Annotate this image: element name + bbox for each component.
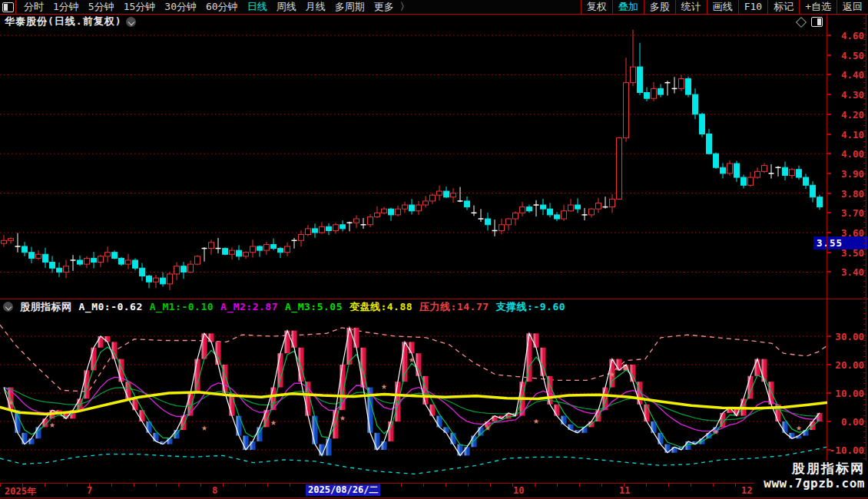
ruler-tick xyxy=(863,157,866,158)
svg-text:★: ★ xyxy=(201,421,207,433)
title-dropdown-icon[interactable] xyxy=(126,17,136,27)
time-tick xyxy=(111,484,112,487)
ruler-tick xyxy=(863,179,866,180)
period-menu-item-1[interactable]: 1分钟 xyxy=(48,0,84,14)
period-menu-item-5[interactable]: 60分钟 xyxy=(201,0,243,14)
ruler-tick xyxy=(863,168,866,169)
price-tick-label: 3.70 xyxy=(841,207,864,219)
turn-line xyxy=(0,392,827,415)
ruler-tick xyxy=(863,120,866,121)
date-cursor-badge: 2025/08/26/二 xyxy=(306,484,380,496)
ruler-tick xyxy=(863,125,866,126)
ruler-tick xyxy=(863,281,866,282)
price-axis: 3.55 4.604.504.404.304.204.104.003.903.8… xyxy=(827,29,868,299)
price-tick-mark xyxy=(827,74,831,75)
oscillator-tick-mark xyxy=(827,364,831,365)
price-tick-mark xyxy=(827,271,831,273)
oscillator-panel: ★★★★★★★★★★★★★ xyxy=(0,313,827,483)
panel-toggle-icon-fill xyxy=(817,18,821,25)
period-menu-item-8[interactable]: 月线 xyxy=(301,0,330,14)
ruler-tick xyxy=(863,88,866,88)
time-tick xyxy=(134,484,134,487)
price-tick-mark xyxy=(827,134,831,135)
ruler-tick xyxy=(863,227,866,228)
time-axis-label-0: 2025年 xyxy=(5,485,36,498)
time-tick xyxy=(490,484,491,487)
candles-group xyxy=(2,30,823,290)
app-window: 分时1分钟5分钟15分钟30分钟60分钟日线周线月线多周期更多 〉 复权叠加多股… xyxy=(0,0,868,499)
oscillator-tick-label: 30.00 xyxy=(835,331,864,342)
price-tick-label: 3.90 xyxy=(841,168,864,180)
ruler-tick xyxy=(863,23,866,24)
chart-title: 华泰股份(日线.前复权) xyxy=(5,15,121,28)
ruler-tick xyxy=(863,39,866,40)
ruler-tick xyxy=(863,147,866,147)
time-axis: 2025年782025/08/26/二101112 xyxy=(0,484,868,497)
ruler-tick xyxy=(863,243,866,244)
action-menu-item-7[interactable]: +自选 xyxy=(799,0,837,14)
action-menu-item-6[interactable]: 标记 xyxy=(767,0,799,14)
ruler-tick xyxy=(863,211,866,212)
indicator-header: 股朋指标网A_M0:-0.62A_M1:-0.10A_M2:2.87A_M3:5… xyxy=(3,300,825,313)
ruler-tick xyxy=(863,136,866,137)
action-menu-item-4[interactable]: 画线 xyxy=(707,0,738,14)
action-menu-item-5[interactable]: F10 xyxy=(738,0,767,14)
ruler-tick xyxy=(863,254,866,255)
ruler-tick xyxy=(863,141,866,142)
ruler-tick xyxy=(863,82,866,83)
period-menu-item-4[interactable]: 30分钟 xyxy=(160,0,201,14)
period-menu-item-9[interactable]: 多周期 xyxy=(330,0,369,14)
time-tick xyxy=(223,484,224,487)
svg-text:★: ★ xyxy=(623,362,629,373)
time-tick xyxy=(579,484,580,487)
price-tick-label: 4.40 xyxy=(841,69,864,81)
period-menu-item-3[interactable]: 15分钟 xyxy=(119,0,161,14)
time-tick xyxy=(646,484,647,487)
time-tick xyxy=(67,484,68,487)
indicator-dropdown-icon[interactable] xyxy=(3,302,13,312)
period-menu-item-0[interactable]: 分时 xyxy=(19,0,48,14)
support-line xyxy=(0,447,827,474)
ruler-tick xyxy=(863,98,866,99)
title-bar: 华泰股份(日线.前复权) xyxy=(5,15,136,28)
ruler-tick xyxy=(863,77,866,78)
ruler-tick xyxy=(863,66,866,67)
ruler-tick xyxy=(863,109,866,110)
oscillator-tick-label: 20.00 xyxy=(835,359,864,371)
window-panel-icon[interactable] xyxy=(2,2,14,12)
price-tick-mark xyxy=(827,212,831,213)
ruler-tick xyxy=(863,206,866,207)
window-panel-icon-fill xyxy=(4,4,8,11)
time-axis-label-1: 7 xyxy=(87,485,92,496)
watermark-url: www.7gpzb.com xyxy=(754,476,865,491)
action-menu-item-0[interactable]: 复权 xyxy=(581,0,612,14)
period-menu-item-2[interactable]: 5分钟 xyxy=(84,0,119,14)
indicator-readout-7: 支撑线:-9.60 xyxy=(496,300,565,314)
svg-text:★: ★ xyxy=(609,368,615,379)
oscillator-tick-label: 10.00 xyxy=(835,388,864,399)
ruler-tick xyxy=(863,238,866,239)
ruler-tick xyxy=(863,302,866,303)
svg-text:★: ★ xyxy=(340,411,346,423)
svg-text:★: ★ xyxy=(270,416,277,428)
indicator-readout-0: 股朋指标网 xyxy=(20,300,72,314)
diamond-icon[interactable] xyxy=(796,16,807,27)
ruler-tick xyxy=(863,297,866,298)
ruler-tick xyxy=(863,276,866,276)
oscillator-tick-mark xyxy=(827,421,831,422)
panel-toggle-icon[interactable] xyxy=(811,17,823,27)
ruler-tick xyxy=(863,233,866,233)
time-tick xyxy=(245,484,246,487)
action-menu-item-8[interactable]: 返回 xyxy=(837,0,868,14)
oscillator-tick-label: -10.00 xyxy=(830,444,864,456)
action-menu-item-2[interactable]: 多股 xyxy=(644,0,675,14)
action-menu-item-1[interactable]: 叠加 xyxy=(612,0,644,14)
period-menu-item-6[interactable]: 日线 xyxy=(243,0,272,14)
ruler-tick xyxy=(863,286,866,287)
ruler-tick xyxy=(863,152,866,153)
ruler-tick xyxy=(863,190,866,190)
action-menu-item-3[interactable]: 统计 xyxy=(675,0,707,14)
period-menu-item-10[interactable]: 更多 〉 xyxy=(369,0,415,14)
price-tick-label: 4.10 xyxy=(841,129,864,140)
period-menu-item-7[interactable]: 周线 xyxy=(272,0,301,14)
